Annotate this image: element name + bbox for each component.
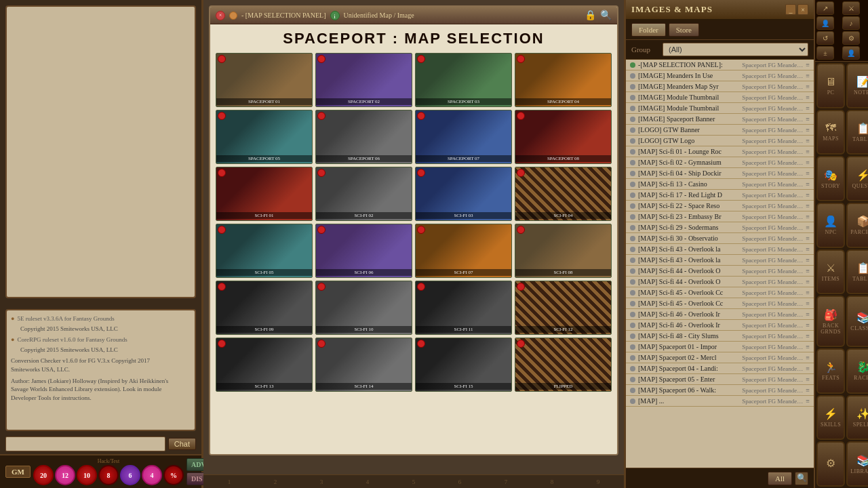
list-item[interactable]: [IMAGE] Meanders Map SyrSpaceport FG Mea… [626,81,814,92]
map-search-icon[interactable]: 🔍 [600,9,612,21]
list-item[interactable]: [MAP] Sci-fi 22 - Space ResoSpaceport FG… [626,201,814,211]
map-thumbnail-14[interactable]: SCI-FI 07 [415,224,512,278]
list-item[interactable]: [MAP] Sci-fi 44 - Overlook OSpaceport FG… [626,277,814,287]
item-action-icon[interactable]: ≡ [806,375,810,383]
list-item[interactable]: [IMAGE] Module ThumbnailSpaceport FG Mea… [626,92,814,103]
item-action-icon[interactable]: ≡ [806,104,810,112]
tab-store[interactable]: Store [669,23,699,37]
die-special[interactable]: % [163,465,184,485]
all-button[interactable]: All [768,472,792,485]
list-item[interactable]: [IMAGE] Meanders In UseSpaceport FG Mean… [626,70,814,81]
panel-minimize-button[interactable]: _ [785,4,796,15]
map-thumbnail-0[interactable]: SPACEPORT 01 [216,53,313,107]
panel-close-button[interactable]: × [797,4,808,15]
die-d10[interactable]: 10 [77,465,97,485]
map-close-button[interactable]: × [216,11,225,20]
map-thumbnail-12[interactable]: SCI-FI 05 [216,224,313,278]
item-action-icon[interactable]: ≡ [806,235,810,242]
item-action-icon[interactable]: ≡ [806,83,810,90]
toolbar-btn-skills[interactable]: ⚡SKILLS [816,395,845,441]
map-thumbnail-4[interactable]: SPACEPORT 05 [216,110,313,164]
list-item[interactable]: [MAP] Spaceport 01 - ImporSpaceport FG M… [626,342,814,352]
item-action-icon[interactable]: ≡ [806,397,810,405]
toolbar-btn-[interactable]: ⚙ [816,441,845,487]
toolbar-btn-library[interactable]: 📚LIBRARY [846,441,868,487]
map-thumbnail-11[interactable]: SCI-FI 04 [515,167,612,221]
toolbar-btn-quests[interactable]: ⚡QUESTS [846,156,868,201]
list-item[interactable]: [MAP] Sci-fi 46 - Overlook IrSpaceport F… [626,320,814,331]
map-thumbnail-18[interactable]: SCI-FI 11 [415,281,512,335]
map-thumbnail-6[interactable]: SPACEPORT 07 [415,110,512,164]
list-item[interactable]: [MAP] Sci-fi 01 - Lounge RocSpaceport FG… [626,146,814,157]
item-action-icon[interactable]: ≡ [806,137,810,144]
item-action-icon[interactable]: ≡ [806,310,810,318]
toolbar-btn-items[interactable]: ⚔ITEMS [816,249,845,295]
die-d4[interactable]: 4 [142,465,162,485]
item-action-icon[interactable]: ≡ [806,202,810,209]
list-item[interactable]: [IMAGE] Module ThumbnailSpaceport FG Mea… [626,103,814,114]
item-action-icon[interactable]: ≡ [806,365,810,372]
chat-send-button[interactable]: Chat [168,438,196,450]
item-action-icon[interactable]: ≡ [806,289,810,296]
list-item[interactable]: [MAP] Sci-fi 43 - Overlook laSpaceport F… [626,255,814,266]
item-action-icon[interactable]: ≡ [806,245,810,253]
toolbar-btn-spells[interactable]: ✨SPELLS [846,395,868,441]
toolbar-btn-tables[interactable]: 📋TABLES [846,249,868,295]
toolbar-btn-story[interactable]: 🎭STORY [816,156,845,201]
item-action-icon[interactable]: ≡ [806,72,810,79]
list-item[interactable]: [MAP] Sci-fi 04 - Ship DockirSpaceport F… [626,168,814,179]
list-item[interactable]: [MAP] ...Spaceport FG Meanders M...≡ [626,396,814,407]
map-thumbnail-21[interactable]: SCI-FI 14 [315,338,412,392]
item-action-icon[interactable]: ≡ [806,148,810,155]
list-item[interactable]: [MAP] Sci-fi 23 - Embassy BrSpaceport FG… [626,211,814,222]
item-action-icon[interactable]: ≡ [806,126,810,134]
toolbar-note-btn[interactable]: ♪ [842,16,860,30]
list-item[interactable]: [MAP] Sci-fi 45 - Overlook CcSpaceport F… [626,287,814,298]
list-item[interactable]: [MAP] Spaceport 05 - EnterSpaceport FG M… [626,374,814,385]
map-thumbnail-22[interactable]: SCI-FI 15 [415,338,512,392]
toolbar-btn-feats[interactable]: 🏃FEATS [816,348,845,394]
group-select[interactable]: (All) [663,43,808,56]
map-thumbnail-20[interactable]: SCI-FI 13 [216,338,313,392]
map-minimize-btn[interactable] [229,12,237,20]
list-item[interactable]: [MAP] Sci-fi 43 - Overlook laSpaceport F… [626,244,814,255]
item-action-icon[interactable]: ≡ [806,278,810,285]
map-thumbnail-19[interactable]: SCI-FI 12 [515,281,612,335]
map-thumbnail-17[interactable]: SCI-FI 10 [315,281,412,335]
die-d6[interactable]: 6 [120,465,140,485]
chat-input[interactable] [5,436,165,451]
list-item[interactable]: [MAP] Sci-fi 44 - Overlook OSpaceport FG… [626,266,814,277]
map-thumbnail-13[interactable]: SCI-FI 06 [315,224,412,278]
toolbar-btn-classes[interactable]: 📚CLASSES [846,296,868,347]
toolbar-btn-maps[interactable]: 🗺MAPS [816,110,845,155]
list-item[interactable]: [LOGO] GTW LogoSpaceport FG Meanders M..… [626,136,814,146]
item-action-icon[interactable]: ≡ [806,267,810,274]
item-action-icon[interactable]: ≡ [806,159,810,166]
toolbar-gear-btn[interactable]: ⚙ [842,31,860,45]
map-thumbnail-3[interactable]: SPACEPORT 04 [515,53,612,107]
die-d12[interactable]: 12 [55,465,75,485]
item-action-icon[interactable]: ≡ [806,300,810,307]
item-action-icon[interactable]: ≡ [806,180,810,188]
toolbar-plusminus-btn[interactable]: ± [816,46,834,60]
die-d8[interactable]: 8 [98,465,119,485]
list-item[interactable]: [MAP] Sci-fi 29 - SodermansSpaceport FG … [626,222,814,233]
list-item[interactable]: [MAP] Sci-fi 13 - CasinoSpaceport FG Mea… [626,179,814,190]
list-item[interactable]: -[MAP SELECTION PANEL]:Spaceport FG Mean… [626,60,814,70]
map-thumbnail-10[interactable]: SCI-FI 03 [415,167,512,221]
map-thumbnail-9[interactable]: SCI-FI 02 [315,167,412,221]
toolbar-btn-pc[interactable]: 🖥PC [816,63,845,108]
item-action-icon[interactable]: ≡ [806,115,810,123]
map-thumbnail-16[interactable]: SCI-FI 09 [216,281,313,335]
toolbar-btn-tables[interactable]: 📋TABLES [846,110,868,155]
item-action-icon[interactable]: ≡ [806,343,810,350]
toolbar-btn-notes[interactable]: 📝NOTES [846,63,868,108]
list-item[interactable]: [MAP] Sci-fi 48 - City SlumsSpaceport FG… [626,331,814,342]
toolbar-user-btn[interactable]: 👤 [816,16,834,30]
list-item[interactable]: [MAP] Sci-fi 46 - Overlook IrSpaceport F… [626,309,814,320]
list-item[interactable]: [MAP] Sci-fi 45 - Overlook CcSpaceport F… [626,298,814,309]
map-thumbnail-23[interactable]: FLIPPED [515,338,612,392]
item-action-icon[interactable]: ≡ [806,386,810,394]
map-thumbnail-1[interactable]: SPACEPORT 02 [315,53,412,107]
toolbar-arrow-btn[interactable]: ↗ [816,1,834,15]
